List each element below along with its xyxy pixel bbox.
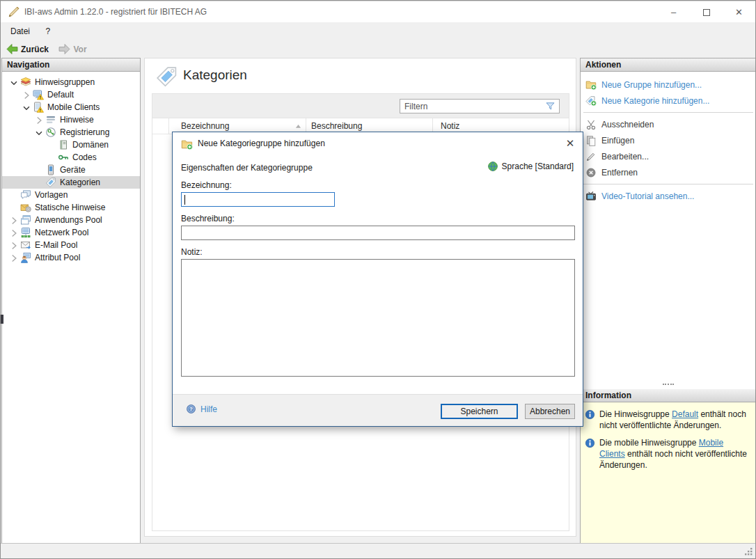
beschreibung-label: Beschreibung: — [181, 214, 235, 223]
dialog-close-button[interactable]: ✕ — [563, 136, 577, 150]
key-icon — [58, 152, 69, 163]
expander-spacer — [8, 189, 20, 200]
app-window: IBI-aws Admin 1.22.0 - registriert für I… — [0, 0, 756, 559]
action-entfernen[interactable]: Entfernen — [581, 164, 755, 180]
collapsed-panel-grip[interactable] — [1, 315, 3, 324]
tree-item-codes[interactable]: Codes — [2, 151, 140, 164]
info-link-default[interactable]: Default — [672, 409, 698, 419]
action-label: Ausschneiden — [601, 120, 654, 129]
info-text-part: Die Hinweisgruppe — [599, 409, 672, 419]
tree-item-e-mail-pool[interactable]: E-Mail Pool — [2, 239, 140, 251]
menu-help[interactable]: ? — [39, 22, 56, 40]
action-video-tutorial-ansehen[interactable]: Video-Tutorial ansehen... — [581, 188, 755, 204]
chevron-right-icon — [8, 252, 20, 265]
tree-item-label: Kategorien — [60, 178, 100, 187]
tree-item-statische-hinweise[interactable]: Statische Hinweise — [2, 201, 140, 214]
action-neue-kategorie-hinzufügen[interactable]: Neue Kategorie hinzufügen... — [581, 93, 755, 109]
forward-button[interactable]: Vor — [55, 40, 90, 58]
action-label: Bearbeiten... — [601, 152, 649, 162]
filter-strip — [152, 94, 569, 118]
tree-item-registrierung[interactable]: Registrierung — [2, 126, 140, 139]
status-bar — [1, 543, 755, 558]
dialog-section-label: Eigenschaften der Kategoriegruppe — [181, 163, 313, 173]
help-link[interactable]: ? Hilfe — [186, 404, 217, 414]
cancel-button[interactable]: Abbrechen — [525, 404, 575, 419]
tree-item-label: Default — [47, 90, 74, 100]
tree-item-label: E-Mail Pool — [35, 240, 77, 250]
navigation-tree: HinweisgruppenDefaultMobile ClientsHinwe… — [2, 72, 140, 264]
back-label: Zurück — [21, 45, 49, 54]
tree-item-attribut-pool[interactable]: Attribut Pool — [2, 251, 140, 264]
tree-item-hinweisgruppen[interactable]: Hinweisgruppen — [2, 76, 140, 88]
action-label: Einfügen — [601, 136, 634, 145]
bezeichnung-label: Bezeichnung: — [181, 180, 232, 190]
navigation-panel: Navigation HinweisgruppenDefaultMobile C… — [1, 58, 141, 544]
network-pool-icon — [20, 227, 31, 238]
menu-datei[interactable]: Datei — [4, 22, 36, 40]
information-list: Die Hinweisgruppe Default enthält noch n… — [583, 409, 751, 471]
chevron-right-icon — [8, 239, 20, 252]
close-button[interactable]: ✕ — [723, 1, 755, 23]
actions-list: Neue Gruppe hinzufügen...Neue Kategorie … — [581, 72, 755, 379]
expander-spacer — [33, 164, 45, 175]
folder-add-icon — [585, 79, 597, 90]
notiz-field[interactable] — [181, 259, 575, 377]
chevron-down-icon[interactable] — [8, 77, 20, 88]
tree-item-vorlagen[interactable]: Vorlagen — [2, 189, 140, 201]
chevron-right-icon[interactable] — [33, 114, 45, 125]
tree-item-mobile-clients[interactable]: Mobile Clients — [2, 101, 140, 113]
tree-item-label: Registrierung — [60, 127, 109, 137]
info-text-part: Die mobile Hinweisgruppe — [599, 438, 699, 448]
tree-item-default[interactable]: Default — [2, 88, 140, 101]
tree-item-netzwerk-pool[interactable]: Netzwerk Pool — [2, 226, 140, 239]
right-column: Aktionen Neue Gruppe hinzufügen...Neue K… — [580, 58, 756, 544]
beschreibung-field[interactable] — [181, 226, 575, 240]
filter-input[interactable] — [400, 102, 545, 111]
notes-icon — [45, 114, 56, 125]
chevron-right-icon[interactable] — [8, 252, 20, 263]
app-pool-icon — [20, 214, 31, 226]
chevron-right-icon[interactable] — [8, 214, 20, 226]
dialog-title: Neue Kategoriegruppe hinzufügen — [198, 139, 325, 148]
new-category-group-dialog: Neue Kategoriegruppe hinzufügen ✕ Eigens… — [172, 132, 583, 427]
column-selector[interactable] — [152, 118, 169, 134]
tree-item-label: Hinweise — [60, 115, 94, 125]
action-bearbeiten[interactable]: Bearbeiten... — [581, 148, 755, 164]
tree-item-hinweise[interactable]: Hinweise — [2, 113, 140, 126]
chevron-right-icon — [8, 214, 20, 227]
back-arrow-icon — [6, 43, 18, 55]
tree-item-label: Domänen — [72, 140, 109, 150]
expander-spacer — [8, 202, 20, 213]
navigation-header: Navigation — [2, 58, 140, 72]
tree-item-domänen[interactable]: Domänen — [2, 139, 140, 151]
chevron-right-icon — [20, 89, 33, 102]
back-button[interactable]: Zurück — [3, 40, 52, 58]
panel-splitter[interactable] — [581, 379, 755, 389]
tree-item-geräte[interactable]: Geräte — [2, 164, 140, 176]
information-header: Information — [581, 389, 755, 402]
maximize-button[interactable] — [690, 1, 723, 23]
hint-stack-icon — [20, 77, 31, 88]
tree-item-kategorien[interactable]: Kategorien — [2, 176, 140, 189]
filter-icon[interactable] — [545, 101, 556, 111]
info-text: Die Hinweisgruppe Default enthält noch n… — [599, 409, 750, 431]
titlebar: IBI-aws Admin 1.22.0 - registriert für I… — [1, 1, 755, 22]
save-button[interactable]: Speichern — [441, 404, 518, 419]
chevron-right-icon[interactable] — [8, 227, 20, 238]
action-neue-gruppe-hinzufügen[interactable]: Neue Gruppe hinzufügen... — [581, 77, 755, 93]
chevron-down-icon[interactable] — [33, 127, 45, 138]
action-einfügen[interactable]: Einfügen — [581, 132, 755, 148]
tree-item-anwendungs-pool[interactable]: Anwendungs Pool — [2, 214, 140, 226]
chevron-right-icon[interactable] — [20, 89, 33, 100]
chevron-right-icon[interactable] — [8, 239, 20, 251]
minimize-button[interactable]: – — [657, 1, 690, 23]
expander-spacer — [33, 177, 45, 188]
action-ausschneiden[interactable]: Ausschneiden — [581, 116, 755, 132]
monitor-warning-icon — [33, 89, 44, 100]
language-selector[interactable]: Sprache [Standard] — [487, 161, 574, 172]
dialog-footer: ? Hilfe Speichern Abbrechen — [173, 394, 583, 426]
chevron-down-icon[interactable] — [20, 102, 33, 113]
bezeichnung-field[interactable] — [181, 192, 335, 207]
tag-icon — [45, 177, 56, 188]
resize-grip-icon[interactable] — [744, 547, 753, 556]
